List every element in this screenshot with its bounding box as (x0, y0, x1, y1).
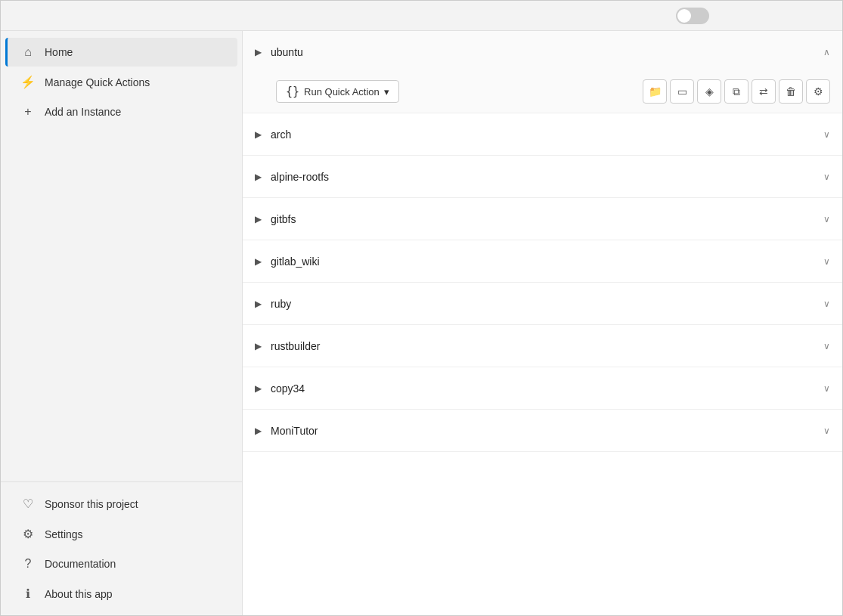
sidebar-bottom: ♡ Sponsor this project ⚙ Settings ? Docu… (1, 481, 242, 615)
sidebar-bottom-item-documentation[interactable]: ? Documentation (5, 549, 237, 578)
titlebar-controls (643, 4, 833, 28)
chevron-copy34[interactable]: ∨ (823, 383, 830, 394)
toolbar-folder-button[interactable]: 📁 (643, 79, 667, 104)
maximize-button[interactable] (761, 4, 795, 28)
sidebar-bottom-item-settings[interactable]: ⚙ Settings (5, 519, 237, 549)
instance-name-ruby: ruby (271, 298, 823, 310)
terminal-icon: ▭ (677, 85, 687, 98)
sidebar-label-manage-quick-actions: Manage Quick Actions (45, 76, 150, 88)
sidebar-bottom-label-sponsor: Sponsor this project (45, 498, 138, 510)
play-icon-ruby[interactable]: ▶ (255, 299, 262, 309)
instance-name-arch: arch (271, 128, 823, 141)
sidebar-icon-manage-quick-actions: ⚡ (20, 75, 36, 89)
instance-row-copy34[interactable]: ▶ copy34 ∨ (243, 367, 842, 410)
chevron-rustbuilder[interactable]: ∨ (823, 341, 830, 351)
sidebar-bottom-icon-settings: ⚙ (20, 527, 36, 541)
chevron-alpine-rootfs[interactable]: ∨ (823, 172, 830, 182)
sidebar-bottom-icon-about: ℹ (20, 587, 36, 601)
instance-name-rustbuilder: rustbuilder (271, 340, 823, 352)
chevron-gitbfs[interactable]: ∨ (823, 214, 830, 224)
folder-icon: 📁 (649, 85, 662, 98)
copy-icon: ⧉ (733, 85, 740, 98)
sidebar-item-home[interactable]: ⌂ Home (5, 38, 237, 67)
quick-action-button[interactable]: {} Run Quick Action ▾ (276, 80, 399, 103)
toolbar-delete-button[interactable]: 🗑 (779, 79, 803, 104)
dark-mode-toggle-wrap (676, 8, 714, 24)
titlebar-gear-button[interactable] (643, 4, 667, 28)
quick-action-brace-icon: {} (286, 85, 299, 98)
instance-name-gitbfs: gitbfs (271, 213, 823, 225)
chevron-MoniTutor[interactable]: ∨ (823, 426, 830, 436)
sidebar-icon-add-instance: + (20, 105, 36, 119)
sidebar-bottom-label-settings: Settings (45, 528, 83, 540)
play-icon-arch[interactable]: ▶ (255, 129, 262, 140)
instance-name-gitlab_wiki: gitlab_wiki (271, 255, 823, 268)
instance-row-gitbfs[interactable]: ▶ gitbfs ∨ (243, 198, 842, 240)
dark-mode-toggle[interactable] (676, 8, 709, 24)
toolbar-vscode-button[interactable]: ◈ (697, 79, 721, 104)
sidebar-bottom-item-about[interactable]: ℹ About this app (5, 579, 237, 608)
sidebar-nav: ⌂ Home ⚡ Manage Quick Actions + Add an I… (1, 31, 242, 481)
instance-row-ruby[interactable]: ▶ ruby ∨ (243, 283, 842, 325)
instance-name-copy34: copy34 (271, 382, 823, 395)
toggle-knob (677, 9, 691, 23)
chevron-gitlab_wiki[interactable]: ∨ (823, 256, 830, 267)
chevron-ubuntu[interactable]: ∧ (823, 47, 830, 57)
play-icon-ubuntu[interactable]: ▶ (255, 47, 262, 57)
chevron-ruby[interactable]: ∨ (823, 299, 830, 309)
toolbar-export-button[interactable]: ⇄ (752, 79, 776, 104)
settings-icon: ⚙ (814, 85, 823, 98)
main-layout: ⌂ Home ⚡ Manage Quick Actions + Add an I… (1, 31, 842, 615)
vscode-icon: ◈ (705, 85, 714, 98)
toolbar-copy-button[interactable]: ⧉ (724, 79, 748, 104)
instance-name-ubuntu: ubuntu (271, 46, 823, 58)
toolbar-terminal-button[interactable]: ▭ (670, 79, 694, 104)
sidebar-label-add-instance: Add an Instance (45, 106, 121, 118)
play-icon-gitlab_wiki[interactable]: ▶ (255, 256, 262, 267)
sidebar-bottom-icon-documentation: ? (20, 557, 36, 571)
sidebar: ⌂ Home ⚡ Manage Quick Actions + Add an I… (1, 31, 243, 615)
sidebar-label-home: Home (45, 46, 73, 58)
quick-action-label: Run Quick Action (304, 86, 380, 98)
instance-name-MoniTutor: MoniTutor (271, 425, 823, 437)
export-icon: ⇄ (759, 85, 768, 98)
sidebar-icon-home: ⌂ (20, 45, 36, 59)
play-icon-MoniTutor[interactable]: ▶ (255, 426, 262, 436)
sidebar-bottom-label-documentation: Documentation (45, 558, 116, 570)
content-area: ▶ ubuntu ∧ {} Run Quick Action ▾ 📁▭◈⧉⇄🗑⚙… (243, 31, 842, 615)
play-icon-gitbfs[interactable]: ▶ (255, 214, 262, 224)
titlebar (1, 1, 842, 31)
sidebar-item-add-instance[interactable]: + Add an Instance (5, 98, 237, 126)
instance-toolbar-ubuntu: {} Run Quick Action ▾ 📁▭◈⧉⇄🗑⚙ (243, 73, 842, 113)
back-button[interactable] (10, 5, 31, 26)
instance-row-rustbuilder[interactable]: ▶ rustbuilder ∨ (243, 325, 842, 367)
play-icon-alpine-rootfs[interactable]: ▶ (255, 172, 262, 182)
quick-action-dropdown-icon: ▾ (384, 86, 389, 98)
sidebar-item-manage-quick-actions[interactable]: ⚡ Manage Quick Actions (5, 67, 237, 97)
instance-name-alpine-rootfs: alpine-rootfs (271, 171, 823, 183)
instance-row-arch[interactable]: ▶ arch ∨ (243, 113, 842, 156)
play-icon-rustbuilder[interactable]: ▶ (255, 341, 262, 351)
sidebar-bottom-icon-sponsor: ♡ (20, 497, 36, 511)
instance-row-ubuntu[interactable]: ▶ ubuntu ∧ (243, 31, 842, 73)
sidebar-bottom-label-about: About this app (45, 588, 113, 600)
chevron-arch[interactable]: ∨ (823, 129, 830, 140)
delete-icon: 🗑 (786, 85, 796, 98)
play-icon-copy34[interactable]: ▶ (255, 383, 262, 394)
minimize-button[interactable] (723, 4, 758, 28)
sidebar-bottom-item-sponsor[interactable]: ♡ Sponsor this project (5, 489, 237, 518)
toolbar-settings-button[interactable]: ⚙ (806, 79, 830, 104)
instance-row-alpine-rootfs[interactable]: ▶ alpine-rootfs ∨ (243, 156, 842, 198)
instance-row-MoniTutor[interactable]: ▶ MoniTutor ∨ (243, 410, 842, 452)
close-button[interactable] (798, 4, 833, 28)
instance-row-gitlab_wiki[interactable]: ▶ gitlab_wiki ∨ (243, 240, 842, 283)
